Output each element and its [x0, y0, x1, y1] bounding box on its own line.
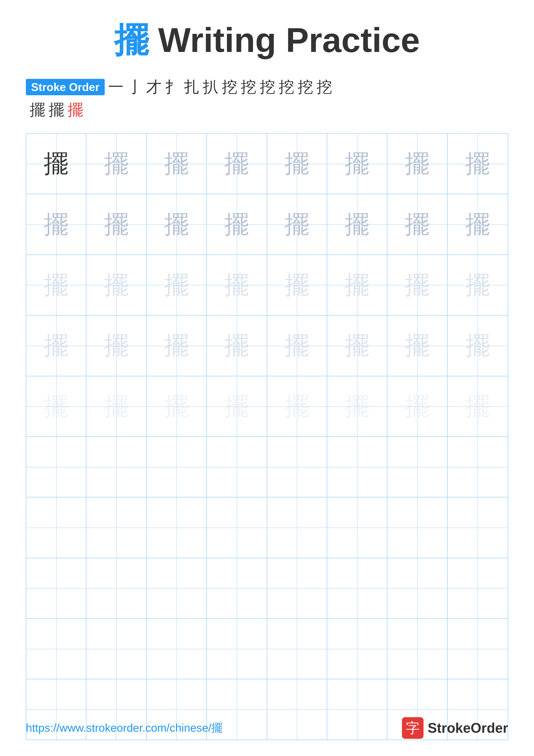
grid-cell-6-7[interactable] — [387, 437, 447, 497]
stroke-char-5: 扎 — [182, 77, 201, 97]
grid-cell-7-6[interactable] — [327, 498, 387, 557]
grid-row-1: 擺 擺 擺 擺 擺 擺 擺 擺 — [26, 134, 508, 194]
grid-cell-9-3[interactable] — [147, 619, 207, 679]
grid-cell-2-5[interactable]: 擺 — [267, 194, 327, 254]
grid-cell-8-7[interactable] — [387, 558, 447, 618]
grid-cell-1-3[interactable]: 擺 — [147, 134, 207, 194]
grid-cell-3-3[interactable]: 擺 — [147, 255, 207, 315]
grid-cell-8-1[interactable] — [26, 558, 87, 618]
grid-cell-6-5[interactable] — [267, 437, 327, 497]
grid-cell-8-3[interactable] — [147, 558, 207, 618]
practice-char: 擺 — [224, 208, 249, 241]
practice-char: 擺 — [104, 329, 129, 362]
grid-cell-1-8[interactable]: 擺 — [447, 134, 508, 194]
grid-cell-4-6[interactable]: 擺 — [327, 315, 387, 376]
grid-cell-2-7[interactable]: 擺 — [387, 194, 447, 254]
grid-cell-9-7[interactable] — [387, 619, 447, 679]
grid-cell-9-6[interactable] — [327, 619, 387, 679]
title-text: Writing Practice — [149, 21, 420, 59]
grid-cell-8-6[interactable] — [327, 558, 387, 618]
grid-cell-7-8[interactable] — [447, 498, 508, 557]
grid-cell-3-7[interactable]: 擺 — [387, 255, 447, 315]
grid-cell-1-4[interactable]: 擺 — [207, 134, 267, 194]
practice-char: 擺 — [44, 147, 68, 180]
grid-cell-4-4[interactable]: 擺 — [207, 315, 267, 376]
grid-cell-7-3[interactable] — [147, 498, 207, 557]
grid-cell-7-1[interactable] — [26, 498, 87, 557]
grid-cell-4-8[interactable]: 擺 — [447, 315, 508, 376]
grid-cell-5-4[interactable]: 擺 — [207, 376, 267, 436]
stroke-char-8: 挖 — [239, 77, 258, 97]
grid-cell-3-8[interactable]: 擺 — [447, 255, 508, 315]
practice-char: 擺 — [405, 147, 429, 180]
grid-cell-8-5[interactable] — [267, 558, 327, 618]
grid-cell-6-2[interactable] — [87, 437, 146, 497]
grid-cell-1-2[interactable]: 擺 — [87, 134, 146, 194]
stroke-order-row2: 擺 擺 擺 — [26, 99, 508, 120]
grid-cell-4-3[interactable]: 擺 — [147, 315, 207, 376]
practice-char: 擺 — [345, 208, 369, 241]
practice-char: 擺 — [164, 147, 189, 180]
grid-cell-1-6[interactable]: 擺 — [327, 134, 387, 194]
practice-char: 擺 — [465, 147, 490, 180]
footer-url[interactable]: https://www.strokeorder.com/chinese/擺 — [26, 720, 222, 736]
grid-cell-7-7[interactable] — [387, 498, 447, 557]
grid-cell-4-1[interactable]: 擺 — [26, 315, 87, 376]
grid-cell-3-5[interactable]: 擺 — [267, 255, 327, 315]
stroke-char-3: 才 — [144, 77, 163, 97]
grid-cell-3-1[interactable]: 擺 — [26, 255, 87, 315]
grid-cell-2-8[interactable]: 擺 — [447, 194, 508, 254]
grid-cell-6-4[interactable] — [207, 437, 267, 497]
grid-cell-4-2[interactable]: 擺 — [87, 315, 146, 376]
stroke-char-1: 一 — [106, 77, 125, 97]
grid-cell-2-2[interactable]: 擺 — [87, 194, 146, 254]
practice-char: 擺 — [465, 329, 490, 362]
grid-row-8 — [26, 558, 508, 619]
grid-cell-1-7[interactable]: 擺 — [387, 134, 447, 194]
grid-cell-7-5[interactable] — [267, 498, 327, 557]
grid-cell-4-7[interactable]: 擺 — [387, 315, 447, 376]
grid-cell-6-3[interactable] — [147, 437, 207, 497]
practice-char: 擺 — [224, 268, 249, 302]
grid-cell-7-4[interactable] — [207, 498, 267, 557]
grid-cell-9-8[interactable] — [447, 619, 508, 679]
grid-row-6 — [26, 437, 508, 498]
grid-cell-3-2[interactable]: 擺 — [87, 255, 146, 315]
grid-cell-4-5[interactable]: 擺 — [267, 315, 327, 376]
grid-cell-8-2[interactable] — [87, 558, 146, 618]
practice-char: 擺 — [285, 208, 309, 241]
grid-cell-1-5[interactable]: 擺 — [267, 134, 327, 194]
grid-row-2: 擺 擺 擺 擺 擺 擺 擺 擺 — [26, 194, 508, 255]
stroke-char-15: 擺 — [66, 99, 85, 120]
grid-cell-6-1[interactable] — [26, 437, 87, 497]
grid-cell-9-1[interactable] — [26, 619, 87, 679]
grid-cell-5-6[interactable]: 擺 — [327, 376, 387, 436]
grid-cell-9-4[interactable] — [207, 619, 267, 679]
brand-name: StrokeOrder — [428, 720, 508, 736]
grid-cell-7-2[interactable] — [87, 498, 146, 557]
grid-cell-5-7[interactable]: 擺 — [387, 376, 447, 436]
grid-cell-8-4[interactable] — [207, 558, 267, 618]
grid-cell-5-2[interactable]: 擺 — [87, 376, 146, 436]
practice-char: 擺 — [44, 390, 68, 423]
title-char: 擺 — [114, 21, 149, 60]
stroke-char-7: 挖 — [220, 77, 239, 97]
grid-cell-2-1[interactable]: 擺 — [26, 194, 87, 254]
grid-cell-8-8[interactable] — [447, 558, 508, 618]
grid-cell-3-6[interactable]: 擺 — [327, 255, 387, 315]
grid-cell-5-1[interactable]: 擺 — [26, 376, 87, 436]
grid-cell-3-4[interactable]: 擺 — [207, 255, 267, 315]
grid-cell-5-3[interactable]: 擺 — [147, 376, 207, 436]
grid-cell-2-6[interactable]: 擺 — [327, 194, 387, 254]
grid-cell-5-8[interactable]: 擺 — [447, 376, 508, 436]
grid-cell-6-6[interactable] — [327, 437, 387, 497]
grid-cell-2-3[interactable]: 擺 — [147, 194, 207, 254]
stroke-char-12: 挖 — [315, 77, 334, 97]
grid-cell-1-1[interactable]: 擺 — [26, 134, 87, 194]
grid-cell-6-8[interactable] — [447, 437, 508, 497]
grid-cell-9-5[interactable] — [267, 619, 327, 679]
grid-cell-5-5[interactable]: 擺 — [267, 376, 327, 436]
practice-char: 擺 — [405, 390, 429, 423]
grid-cell-2-4[interactable]: 擺 — [207, 194, 267, 254]
grid-cell-9-2[interactable] — [87, 619, 146, 679]
